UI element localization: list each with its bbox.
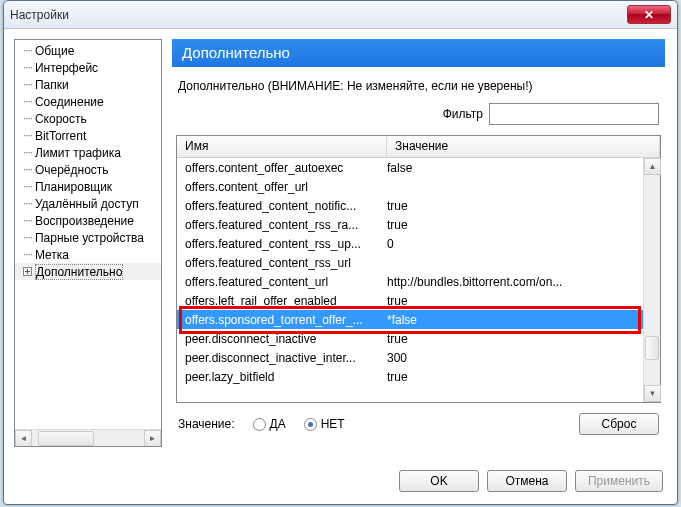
tree-scrollbar-horizontal[interactable]: ◄ ► [15, 429, 161, 446]
cell-name: peer.lazy_bitfield [185, 370, 387, 384]
tree-item[interactable]: ·····Парные устройства [15, 229, 161, 246]
radio-yes-group[interactable]: ДА [253, 417, 286, 431]
column-name[interactable]: Имя [177, 136, 387, 157]
cell-value: false [387, 161, 635, 175]
table-row[interactable]: offers.featured_content_urlhttp://bundle… [177, 272, 643, 291]
tree-item[interactable]: ·····Планировщик [15, 178, 161, 195]
filter-input[interactable] [489, 103, 659, 125]
radio-yes[interactable] [253, 418, 266, 431]
cell-value: true [387, 294, 635, 308]
radio-yes-label: ДА [270, 417, 286, 431]
radio-no-label: НЕТ [321, 417, 345, 431]
table-row[interactable]: offers.left_rail_offer_enabledtrue [177, 291, 643, 310]
scroll-down-icon[interactable]: ▼ [644, 385, 661, 402]
window-title: Настройки [10, 8, 69, 22]
tree-item[interactable]: ·····Лимит трафика [15, 144, 161, 161]
cell-name: peer.disconnect_inactive [185, 332, 387, 346]
tree-item[interactable]: ·····Папки [15, 76, 161, 93]
titlebar: Настройки ✕ [4, 1, 677, 29]
tree-item[interactable]: ·····Воспроизведение [15, 212, 161, 229]
cell-name: offers.left_rail_offer_enabled [185, 294, 387, 308]
cell-value: 300 [387, 351, 635, 365]
column-value[interactable]: Значение [387, 136, 660, 157]
scroll-up-icon[interactable]: ▲ [644, 158, 661, 175]
cell-value: 0 [387, 237, 635, 251]
tree-item[interactable]: ·····Удалённый доступ [15, 195, 161, 212]
cell-name: offers.featured_content_rss_url [185, 256, 387, 270]
tree-item[interactable]: ·····Очерёдность [15, 161, 161, 178]
table-row[interactable]: peer.disconnect_inactivetrue [177, 329, 643, 348]
table-row[interactable]: offers.sponsored_torrent_offer_...*false [177, 310, 643, 329]
scroll-thumb-vertical[interactable] [645, 336, 659, 360]
table-header: Имя Значение [177, 136, 660, 158]
cell-value: true [387, 218, 635, 232]
radio-no[interactable] [304, 418, 317, 431]
tree-item[interactable]: ·····Скорость [15, 110, 161, 127]
tree-item[interactable]: Дополнительно [15, 263, 161, 280]
value-editor-row: Значение: ДА НЕТ Сброс [178, 413, 659, 435]
table-row[interactable]: offers.featured_content_notific...true [177, 196, 643, 215]
value-label: Значение: [178, 417, 235, 431]
filter-label: Фильтр [443, 107, 483, 121]
close-icon: ✕ [644, 8, 654, 22]
table-row[interactable]: offers.featured_content_rss_ra...true [177, 215, 643, 234]
cell-name: offers.content_offer_autoexec [185, 161, 387, 175]
apply-button[interactable]: Применить [575, 470, 663, 492]
tree-item[interactable]: ·····Интерфейс [15, 59, 161, 76]
tree-item[interactable]: ·····Соединение [15, 93, 161, 110]
cell-name: offers.featured_content_rss_ra... [185, 218, 387, 232]
table-row[interactable]: peer.disconnect_inactive_inter...300 [177, 348, 643, 367]
cell-value: true [387, 199, 635, 213]
cell-name: offers.featured_content_notific... [185, 199, 387, 213]
table-row[interactable]: peer.lazy_bitfieldtrue [177, 367, 643, 386]
scroll-left-icon[interactable]: ◄ [15, 430, 32, 447]
dialog-buttons: OK Отмена Применить [399, 470, 663, 492]
tree-item[interactable]: ·····Метка [15, 246, 161, 263]
reset-button[interactable]: Сброс [579, 413, 659, 435]
cell-value: true [387, 370, 635, 384]
cell-value: http://bundles.bittorrent.com/on... [387, 275, 635, 289]
cell-name: offers.featured_content_url [185, 275, 387, 289]
section-banner: Дополнительно [172, 39, 665, 67]
table-row[interactable]: offers.content_offer_url [177, 177, 643, 196]
cell-name: offers.sponsored_torrent_offer_... [185, 313, 387, 327]
tree-item[interactable]: ·····Общие [15, 42, 161, 59]
cell-value: *false [387, 313, 635, 327]
settings-dialog: Настройки ✕ ·····Общие·····Интерфейс····… [3, 0, 678, 505]
cell-name: offers.featured_content_rss_up... [185, 237, 387, 251]
table-row[interactable]: offers.featured_content_rss_url [177, 253, 643, 272]
category-tree: ·····Общие·····Интерфейс·····Папки·····С… [14, 39, 162, 447]
cancel-button[interactable]: Отмена [487, 470, 567, 492]
scroll-thumb[interactable] [38, 431, 94, 446]
content-area: ·····Общие·····Интерфейс·····Папки·····С… [4, 29, 677, 504]
ok-button[interactable]: OK [399, 470, 479, 492]
cell-value: true [387, 332, 635, 346]
detail-panel: Дополнительно Дополнительно (ВНИМАНИЕ: Н… [172, 39, 665, 447]
warning-text: Дополнительно (ВНИМАНИЕ: Не изменяйте, е… [178, 79, 659, 93]
table-row[interactable]: offers.content_offer_autoexecfalse [177, 158, 643, 177]
cell-name: peer.disconnect_inactive_inter... [185, 351, 387, 365]
filter-row: Фильтр [178, 103, 659, 125]
close-button[interactable]: ✕ [627, 5, 671, 24]
settings-table: Имя Значение offers.content_offer_autoex… [176, 135, 661, 403]
cell-name: offers.content_offer_url [185, 180, 387, 194]
expand-icon[interactable] [23, 267, 32, 276]
table-scrollbar-vertical[interactable]: ▲ ▼ [643, 158, 660, 402]
table-row[interactable]: offers.featured_content_rss_up...0 [177, 234, 643, 253]
tree-item[interactable]: ·····BitTorrent [15, 127, 161, 144]
radio-no-group[interactable]: НЕТ [304, 417, 345, 431]
scroll-right-icon[interactable]: ► [144, 430, 161, 447]
